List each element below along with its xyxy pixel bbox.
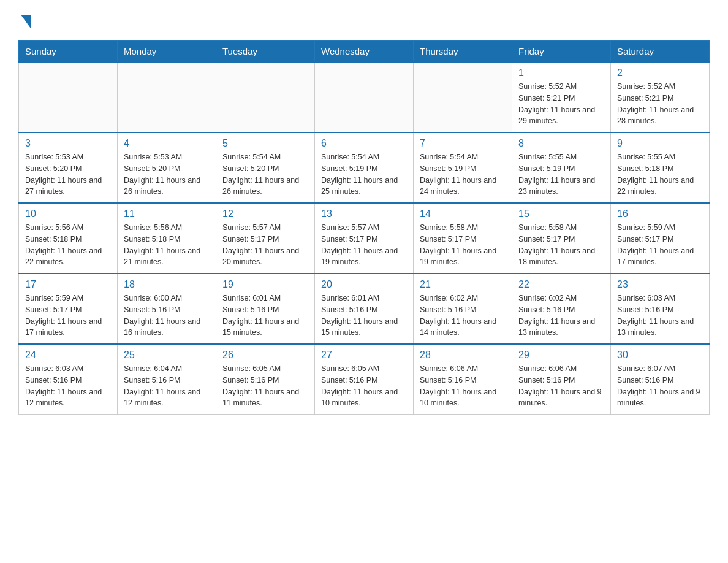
day-info: Sunrise: 5:53 AMSunset: 5:20 PMDaylight:…: [25, 151, 111, 197]
calendar-cell: [216, 62, 315, 132]
day-info: Sunrise: 5:57 AMSunset: 5:17 PMDaylight:…: [222, 222, 308, 268]
day-number: 27: [321, 350, 407, 361]
weekday-header-saturday: Saturday: [611, 41, 710, 63]
day-info: Sunrise: 5:58 AMSunset: 5:17 PMDaylight:…: [518, 222, 604, 268]
day-number: 11: [124, 209, 210, 220]
day-info: Sunrise: 6:02 AMSunset: 5:16 PMDaylight:…: [420, 293, 506, 339]
day-number: 13: [321, 209, 407, 220]
calendar-week-row: 10 Sunrise: 5:56 AMSunset: 5:18 PMDaylig…: [19, 203, 710, 274]
day-number: 24: [25, 350, 111, 361]
day-info: Sunrise: 6:00 AMSunset: 5:16 PMDaylight:…: [124, 293, 210, 339]
day-number: 8: [518, 138, 604, 149]
day-info: Sunrise: 5:55 AMSunset: 5:19 PMDaylight:…: [518, 151, 604, 197]
weekday-header-friday: Friday: [512, 41, 611, 63]
calendar-cell: 22 Sunrise: 6:02 AMSunset: 5:16 PMDaylig…: [512, 274, 611, 344]
calendar-cell: 2 Sunrise: 5:52 AMSunset: 5:21 PMDayligh…: [611, 62, 710, 132]
calendar-cell: 9 Sunrise: 5:55 AMSunset: 5:18 PMDayligh…: [611, 132, 710, 203]
calendar-cell: 24 Sunrise: 6:03 AMSunset: 5:16 PMDaylig…: [19, 344, 118, 415]
calendar-week-row: 17 Sunrise: 5:59 AMSunset: 5:17 PMDaylig…: [19, 274, 710, 344]
calendar-cell: [19, 62, 118, 132]
calendar-cell: 29 Sunrise: 6:06 AMSunset: 5:16 PMDaylig…: [512, 344, 611, 415]
day-number: 20: [321, 279, 407, 290]
day-info: Sunrise: 5:55 AMSunset: 5:18 PMDaylight:…: [617, 151, 703, 197]
day-number: 4: [124, 138, 210, 149]
day-number: 7: [420, 138, 506, 149]
weekday-header-row: SundayMondayTuesdayWednesdayThursdayFrid…: [19, 41, 710, 63]
day-number: 25: [124, 350, 210, 361]
day-info: Sunrise: 5:53 AMSunset: 5:20 PMDaylight:…: [124, 151, 210, 197]
day-number: 16: [617, 209, 703, 220]
day-number: 3: [25, 138, 111, 149]
weekday-header-thursday: Thursday: [414, 41, 512, 63]
calendar-cell: 10 Sunrise: 5:56 AMSunset: 5:18 PMDaylig…: [19, 203, 118, 274]
calendar-cell: 18 Sunrise: 6:00 AMSunset: 5:16 PMDaylig…: [118, 274, 216, 344]
page-header: [18, 12, 710, 28]
day-info: Sunrise: 6:07 AMSunset: 5:16 PMDaylight:…: [617, 363, 703, 409]
calendar-cell: 23 Sunrise: 6:03 AMSunset: 5:16 PMDaylig…: [611, 274, 710, 344]
calendar-cell: 19 Sunrise: 6:01 AMSunset: 5:16 PMDaylig…: [216, 274, 315, 344]
day-info: Sunrise: 5:52 AMSunset: 5:21 PMDaylight:…: [617, 81, 703, 127]
calendar-cell: 5 Sunrise: 5:54 AMSunset: 5:20 PMDayligh…: [216, 132, 315, 203]
day-number: 29: [518, 350, 604, 361]
calendar-cell: [414, 62, 512, 132]
calendar-cell: 8 Sunrise: 5:55 AMSunset: 5:19 PMDayligh…: [512, 132, 611, 203]
calendar-cell: [315, 62, 414, 132]
logo: [18, 12, 31, 28]
calendar-body: 1 Sunrise: 5:52 AMSunset: 5:21 PMDayligh…: [19, 62, 710, 415]
calendar-cell: 12 Sunrise: 5:57 AMSunset: 5:17 PMDaylig…: [216, 203, 315, 274]
day-number: 9: [617, 138, 703, 149]
day-number: 6: [321, 138, 407, 149]
calendar-week-row: 3 Sunrise: 5:53 AMSunset: 5:20 PMDayligh…: [19, 132, 710, 203]
calendar-cell: 20 Sunrise: 6:01 AMSunset: 5:16 PMDaylig…: [315, 274, 414, 344]
day-number: 12: [222, 209, 308, 220]
weekday-header-wednesday: Wednesday: [315, 41, 414, 63]
calendar-cell: 26 Sunrise: 6:05 AMSunset: 5:16 PMDaylig…: [216, 344, 315, 415]
day-info: Sunrise: 6:01 AMSunset: 5:16 PMDaylight:…: [321, 293, 407, 339]
day-info: Sunrise: 6:04 AMSunset: 5:16 PMDaylight:…: [124, 363, 210, 409]
day-info: Sunrise: 5:59 AMSunset: 5:17 PMDaylight:…: [617, 222, 703, 268]
day-info: Sunrise: 5:56 AMSunset: 5:18 PMDaylight:…: [124, 222, 210, 268]
day-info: Sunrise: 6:03 AMSunset: 5:16 PMDaylight:…: [617, 293, 703, 339]
day-info: Sunrise: 5:54 AMSunset: 5:19 PMDaylight:…: [321, 151, 407, 197]
calendar-cell: 16 Sunrise: 5:59 AMSunset: 5:17 PMDaylig…: [611, 203, 710, 274]
calendar-cell: 11 Sunrise: 5:56 AMSunset: 5:18 PMDaylig…: [118, 203, 216, 274]
day-number: 19: [222, 279, 308, 290]
calendar-week-row: 1 Sunrise: 5:52 AMSunset: 5:21 PMDayligh…: [19, 62, 710, 132]
day-info: Sunrise: 6:01 AMSunset: 5:16 PMDaylight:…: [222, 293, 308, 339]
day-number: 1: [518, 67, 604, 79]
day-number: 2: [617, 67, 703, 79]
calendar-cell: 17 Sunrise: 5:59 AMSunset: 5:17 PMDaylig…: [19, 274, 118, 344]
calendar-cell: 27 Sunrise: 6:05 AMSunset: 5:16 PMDaylig…: [315, 344, 414, 415]
day-info: Sunrise: 6:05 AMSunset: 5:16 PMDaylight:…: [321, 363, 407, 409]
day-info: Sunrise: 6:02 AMSunset: 5:16 PMDaylight:…: [518, 293, 604, 339]
calendar-cell: 7 Sunrise: 5:54 AMSunset: 5:19 PMDayligh…: [414, 132, 512, 203]
calendar-cell: 14 Sunrise: 5:58 AMSunset: 5:17 PMDaylig…: [414, 203, 512, 274]
day-number: 5: [222, 138, 308, 149]
day-info: Sunrise: 5:57 AMSunset: 5:17 PMDaylight:…: [321, 222, 407, 268]
calendar-cell: [118, 62, 216, 132]
weekday-header-tuesday: Tuesday: [216, 41, 315, 63]
day-number: 22: [518, 279, 604, 290]
calendar-week-row: 24 Sunrise: 6:03 AMSunset: 5:16 PMDaylig…: [19, 344, 710, 415]
day-number: 23: [617, 279, 703, 290]
calendar-header: SundayMondayTuesdayWednesdayThursdayFrid…: [19, 41, 710, 63]
day-info: Sunrise: 5:54 AMSunset: 5:19 PMDaylight:…: [420, 151, 506, 197]
weekday-header-sunday: Sunday: [19, 41, 118, 63]
day-info: Sunrise: 6:05 AMSunset: 5:16 PMDaylight:…: [222, 363, 308, 409]
calendar-cell: 13 Sunrise: 5:57 AMSunset: 5:17 PMDaylig…: [315, 203, 414, 274]
day-info: Sunrise: 5:59 AMSunset: 5:17 PMDaylight:…: [25, 293, 111, 339]
day-info: Sunrise: 5:58 AMSunset: 5:17 PMDaylight:…: [420, 222, 506, 268]
day-number: 17: [25, 279, 111, 290]
calendar-cell: 21 Sunrise: 6:02 AMSunset: 5:16 PMDaylig…: [414, 274, 512, 344]
day-info: Sunrise: 6:06 AMSunset: 5:16 PMDaylight:…: [420, 363, 506, 409]
day-number: 10: [25, 209, 111, 220]
day-number: 15: [518, 209, 604, 220]
day-info: Sunrise: 6:06 AMSunset: 5:16 PMDaylight:…: [518, 363, 604, 409]
calendar-table: SundayMondayTuesdayWednesdayThursdayFrid…: [18, 40, 710, 415]
calendar-cell: 3 Sunrise: 5:53 AMSunset: 5:20 PMDayligh…: [19, 132, 118, 203]
day-info: Sunrise: 5:54 AMSunset: 5:20 PMDaylight:…: [222, 151, 308, 197]
calendar-cell: 6 Sunrise: 5:54 AMSunset: 5:19 PMDayligh…: [315, 132, 414, 203]
day-info: Sunrise: 5:56 AMSunset: 5:18 PMDaylight:…: [25, 222, 111, 268]
calendar-cell: 4 Sunrise: 5:53 AMSunset: 5:20 PMDayligh…: [118, 132, 216, 203]
day-number: 28: [420, 350, 506, 361]
